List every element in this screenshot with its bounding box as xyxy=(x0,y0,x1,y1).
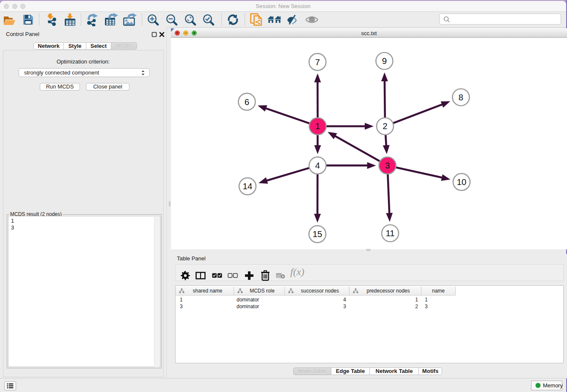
svg-text:2: 2 xyxy=(383,121,387,131)
svg-text:7: 7 xyxy=(315,57,320,66)
svg-text:11: 11 xyxy=(385,228,394,238)
svg-text:10: 10 xyxy=(457,177,466,187)
svg-text:9: 9 xyxy=(382,56,387,66)
svg-text:8: 8 xyxy=(459,92,463,102)
svg-text:6: 6 xyxy=(245,97,249,106)
svg-text:14: 14 xyxy=(243,181,253,191)
svg-text:15: 15 xyxy=(313,229,322,239)
svg-text:3: 3 xyxy=(385,160,390,170)
svg-text:4: 4 xyxy=(315,160,320,170)
svg-text:1: 1 xyxy=(315,121,320,131)
